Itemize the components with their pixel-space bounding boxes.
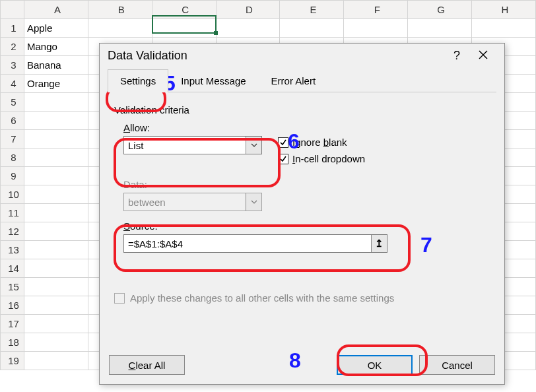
row-head-2[interactable]: 2 xyxy=(1,38,24,56)
cell-A12[interactable] xyxy=(24,222,88,241)
row-head-14[interactable]: 14 xyxy=(1,259,24,278)
cell-A17[interactable] xyxy=(24,315,88,333)
cell-A10[interactable] xyxy=(24,185,88,204)
row-head-8[interactable]: 8 xyxy=(1,148,24,167)
col-head-B[interactable]: B xyxy=(88,1,152,19)
row-head-16[interactable]: 16 xyxy=(1,296,24,315)
data-label: Data: xyxy=(123,179,262,190)
allow-value: List xyxy=(124,140,246,151)
tab-error-alert[interactable]: Error Alert xyxy=(259,69,329,92)
col-head-F[interactable]: F xyxy=(344,1,408,19)
dialog-buttons: Clear All OK Cancel xyxy=(100,346,504,384)
close-button[interactable] xyxy=(470,50,496,62)
row-head-5[interactable]: 5 xyxy=(1,93,24,112)
data-validation-dialog: Data Validation ? Settings Input Message… xyxy=(99,43,505,385)
dialog-titlebar[interactable]: Data Validation ? xyxy=(100,44,504,69)
source-input[interactable] xyxy=(124,238,371,249)
row-head-4[interactable]: 4 xyxy=(1,75,24,93)
allow-label: Allow: xyxy=(123,122,262,133)
cell-H1[interactable] xyxy=(472,19,536,38)
row-head-17[interactable]: 17 xyxy=(1,315,24,333)
ignore-blank-checkbox[interactable]: Ignore blank xyxy=(278,137,365,148)
apply-checkbox-box xyxy=(114,293,125,304)
row-head-6[interactable]: 6 xyxy=(1,112,24,130)
col-head-C[interactable]: C xyxy=(152,1,216,19)
data-dropdown-button xyxy=(246,193,261,211)
col-head-H[interactable]: H xyxy=(472,1,536,19)
cancel-button[interactable]: Cancel xyxy=(419,355,495,375)
cell-A1[interactable]: Apple xyxy=(24,19,88,38)
cell-A6[interactable] xyxy=(24,112,88,130)
cell-A15[interactable] xyxy=(24,278,88,296)
col-head-D[interactable]: D xyxy=(216,1,280,19)
ok-button[interactable]: OK xyxy=(337,355,413,375)
row-head-13[interactable]: 13 xyxy=(1,241,24,259)
dialog-tabs: Settings Input Message Error Alert xyxy=(100,69,504,92)
cell-A7[interactable] xyxy=(24,130,88,148)
col-head-G[interactable]: G xyxy=(408,1,472,19)
col-head-E[interactable]: E xyxy=(280,1,344,19)
row-head-1[interactable]: 1 xyxy=(1,19,24,38)
allow-combobox[interactable]: List xyxy=(123,136,262,154)
dialog-title: Data Validation xyxy=(108,49,444,63)
cell-A2[interactable]: Mango xyxy=(24,38,88,56)
cell-A9[interactable] xyxy=(24,167,88,185)
cell-A8[interactable] xyxy=(24,148,88,167)
source-input-wrapper: ↥ xyxy=(123,234,387,253)
cell-A13[interactable] xyxy=(24,241,88,259)
chevron-down-icon xyxy=(251,143,257,147)
incell-dropdown-label: In-cell dropdown xyxy=(292,153,365,164)
tab-settings[interactable]: Settings xyxy=(108,69,168,92)
cell-A14[interactable] xyxy=(24,259,88,278)
select-all-corner[interactable] xyxy=(1,1,24,19)
cell-G1[interactable] xyxy=(408,19,472,38)
row-head-15[interactable]: 15 xyxy=(1,278,24,296)
row-head-19[interactable]: 19 xyxy=(1,352,24,370)
clear-all-button[interactable]: Clear All xyxy=(109,355,185,375)
cell-C1[interactable] xyxy=(152,19,216,38)
cell-F1[interactable] xyxy=(344,19,408,38)
cell-A3[interactable]: Banana xyxy=(24,56,88,75)
cell-E1[interactable] xyxy=(280,19,344,38)
criteria-header: Validation criteria xyxy=(114,104,490,115)
data-combobox: between xyxy=(123,193,262,211)
check-icon xyxy=(279,155,287,163)
cell-A18[interactable] xyxy=(24,333,88,352)
cell-A4[interactable]: Orange xyxy=(24,75,88,93)
cell-A19[interactable] xyxy=(24,352,88,370)
row-head-9[interactable]: 9 xyxy=(1,167,24,185)
incell-dropdown-checkbox[interactable]: In-cell dropdown xyxy=(278,153,365,164)
col-head-A[interactable]: A xyxy=(24,1,88,19)
apply-label: Apply these changes to all other cells w… xyxy=(130,292,394,304)
tab-input-message[interactable]: Input Message xyxy=(168,69,258,92)
settings-panel: Validation criteria Allow: List xyxy=(100,92,504,346)
data-value: between xyxy=(124,197,246,208)
help-button[interactable]: ? xyxy=(444,49,470,63)
row-head-7[interactable]: 7 xyxy=(1,130,24,148)
row-head-3[interactable]: 3 xyxy=(1,56,24,75)
range-select-button[interactable]: ↥ xyxy=(371,235,387,252)
cell-D1[interactable] xyxy=(216,19,280,38)
close-icon xyxy=(479,50,488,59)
cell-B1[interactable] xyxy=(88,19,152,38)
row-head-18[interactable]: 18 xyxy=(1,333,24,352)
chevron-down-icon xyxy=(251,200,257,204)
check-icon xyxy=(279,139,287,147)
allow-dropdown-button[interactable] xyxy=(246,137,261,154)
apply-all-checkbox: Apply these changes to all other cells w… xyxy=(114,292,490,304)
cell-A11[interactable] xyxy=(24,204,88,222)
row-head-12[interactable]: 12 xyxy=(1,222,24,241)
cell-A16[interactable] xyxy=(24,296,88,315)
row-head-10[interactable]: 10 xyxy=(1,185,24,204)
ignore-blank-label: Ignore blank xyxy=(292,137,347,148)
cell-A5[interactable] xyxy=(24,93,88,112)
row-head-11[interactable]: 11 xyxy=(1,204,24,222)
source-label: Source: xyxy=(123,220,158,232)
